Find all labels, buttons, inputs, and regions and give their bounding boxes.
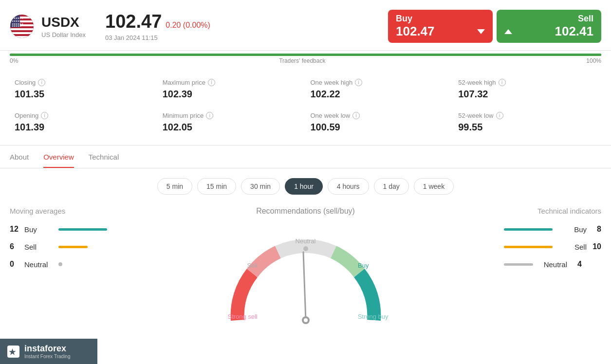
time-filter-1-day[interactable]: 1 day: [374, 178, 409, 195]
stat-item-0: Closing i 101.35: [10, 79, 158, 107]
buy-value: 102.47: [396, 24, 485, 39]
stat-item-6: One week low i 100.59: [306, 112, 454, 140]
stat-item-5: Minimum price i 102.05: [158, 112, 306, 140]
sell-value: 102.41: [504, 24, 593, 39]
ticker-info: USDX US Dollar Index: [41, 15, 86, 38]
stat-item-1: Maximum price i 102.39: [158, 79, 306, 107]
buy-label: Buy: [396, 14, 485, 24]
tabs: AboutOverviewTechnical: [0, 146, 611, 168]
svg-text:★: ★: [9, 348, 16, 356]
arrow-up-icon: [504, 29, 512, 34]
technical-indicators-title: Technical indicators: [537, 207, 601, 215]
svg-line-14: [303, 252, 306, 320]
info-icon-5[interactable]: i: [206, 112, 213, 119]
feedback-bar-fill: [10, 54, 601, 56]
recommendations-title: Recommendations (sell/buy): [256, 207, 355, 216]
ti-bar-neutral: [504, 263, 533, 266]
svg-point-17: [303, 246, 308, 251]
stat-value-0: 101.35: [15, 89, 153, 100]
ti-item-sell: Sell 10: [504, 242, 601, 251]
feedback-bar: [10, 54, 601, 56]
gauge-strong-sell-label: Strong sell: [228, 313, 258, 320]
stat-value-7: 99.55: [458, 122, 596, 133]
feedback-left-label: 0%: [10, 57, 18, 64]
ti-label-0: Buy: [557, 225, 587, 234]
ma-count-2: 0: [10, 260, 19, 269]
stat-item-3: 52-week high i 107.32: [453, 79, 601, 107]
stat-value-1: 102.39: [163, 89, 301, 100]
feedback-right-label: 100%: [586, 57, 601, 64]
ma-bar-sell: [58, 246, 88, 248]
ma-label-2: Neutral: [24, 260, 54, 269]
sell-label: Sell: [504, 14, 593, 24]
stat-label-7: 52-week low i: [458, 112, 596, 119]
ti-bar-buy: [504, 228, 553, 231]
flag-icon: ★★★★★★ ★★★★★ ★★★★★★ ★★★★★: [10, 14, 34, 38]
stat-value-2: 102.22: [311, 89, 449, 100]
info-icon-6[interactable]: i: [352, 112, 360, 119]
arrow-down-icon: [477, 29, 485, 34]
ti-count-2: 4: [572, 260, 582, 269]
time-filter-4-hours[interactable]: 4 hours: [328, 178, 369, 195]
sell-button[interactable]: Sell 102.41: [497, 10, 601, 43]
time-filters: 5 min15 min30 min1 hour4 hours1 day1 wee…: [0, 168, 611, 202]
time-filter-1-hour[interactable]: 1 hour: [285, 178, 323, 195]
footer: ★ instaforex Instant Forex Trading: [0, 339, 97, 364]
ma-label-0: Buy: [24, 225, 54, 234]
stat-label-3: 52-week high i: [458, 79, 596, 86]
svg-rect-6: [10, 28, 34, 30]
ti-label-1: Sell: [557, 243, 587, 251]
feedback-bar-container: 0% Traders' feedback 100%: [0, 51, 611, 69]
moving-averages: Moving averages 12 Buy 6 Sell 0 Neutral: [10, 207, 117, 343]
info-icon-3[interactable]: i: [499, 79, 506, 86]
info-icon-4[interactable]: i: [41, 112, 48, 119]
svg-text:★★★★★: ★★★★★: [12, 24, 22, 27]
technical-indicators: Technical indicators Buy 8 Sell 10 Neutr…: [494, 207, 601, 343]
ma-bar-neutral: [58, 262, 62, 266]
instaforex-logo-icon: ★: [7, 346, 19, 358]
feedback-center-label: Traders' feedback: [279, 57, 325, 64]
svg-point-16: [304, 318, 308, 322]
stat-label-2: One week high i: [311, 79, 449, 86]
ti-item-neutral: Neutral 4: [504, 260, 601, 269]
stat-label-1: Maximum price i: [163, 79, 301, 86]
stat-item-7: 52-week low i 99.55: [453, 112, 601, 140]
gauge-buy-label: Buy: [358, 262, 369, 269]
stat-value-4: 101.39: [15, 122, 153, 133]
time-filter-1-week[interactable]: 1 week: [414, 178, 454, 195]
analysis-section: Moving averages 12 Buy 6 Sell 0 Neutral …: [0, 202, 611, 348]
tab-overview[interactable]: Overview: [43, 153, 74, 168]
stat-label-4: Opening i: [15, 112, 153, 119]
ti-item-buy: Buy 8: [504, 225, 601, 234]
ticker-name: US Dollar Index: [41, 31, 86, 38]
info-icon-0[interactable]: i: [38, 79, 45, 86]
info-icon-7[interactable]: i: [496, 112, 503, 119]
time-filter-5-min[interactable]: 5 min: [157, 178, 192, 195]
stats-grid: Closing i 101.35 Maximum price i 102.39 …: [0, 69, 611, 146]
price-section: 102.47 0.20 (0.00%) 03 Jan 2024 11:15: [105, 11, 388, 41]
info-icon-1[interactable]: i: [208, 79, 215, 86]
header: ★★★★★★ ★★★★★ ★★★★★★ ★★★★★ USDX US Dollar…: [0, 0, 611, 51]
stat-label-6: One week low i: [311, 112, 449, 119]
footer-subtitle: Instant Forex Trading: [24, 354, 71, 359]
stat-value-3: 107.32: [458, 89, 596, 100]
stat-value-5: 102.05: [163, 122, 301, 133]
ti-count-0: 8: [592, 225, 601, 234]
time-filter-15-min[interactable]: 15 min: [197, 178, 236, 195]
price-change: 0.20 (0.00%): [166, 21, 210, 30]
tab-about[interactable]: About: [10, 153, 29, 168]
ma-item-buy: 12 Buy: [10, 225, 117, 234]
ma-item-neutral: 0 Neutral: [10, 260, 117, 269]
svg-rect-7: [10, 32, 34, 34]
price-date: 03 Jan 2024 11:15: [105, 34, 388, 41]
recommendations: Recommendations (sell/buy): [117, 207, 494, 343]
info-icon-2[interactable]: i: [355, 79, 362, 86]
footer-logo: instaforex: [24, 344, 71, 354]
time-filter-30-min[interactable]: 30 min: [241, 178, 280, 195]
ma-count-0: 12: [10, 225, 19, 234]
buy-button[interactable]: Buy 102.47: [388, 10, 493, 43]
ti-bar-sell: [504, 246, 553, 248]
moving-averages-title: Moving averages: [10, 207, 117, 215]
ticker-symbol: USDX: [41, 15, 86, 30]
tab-technical[interactable]: Technical: [89, 153, 119, 168]
